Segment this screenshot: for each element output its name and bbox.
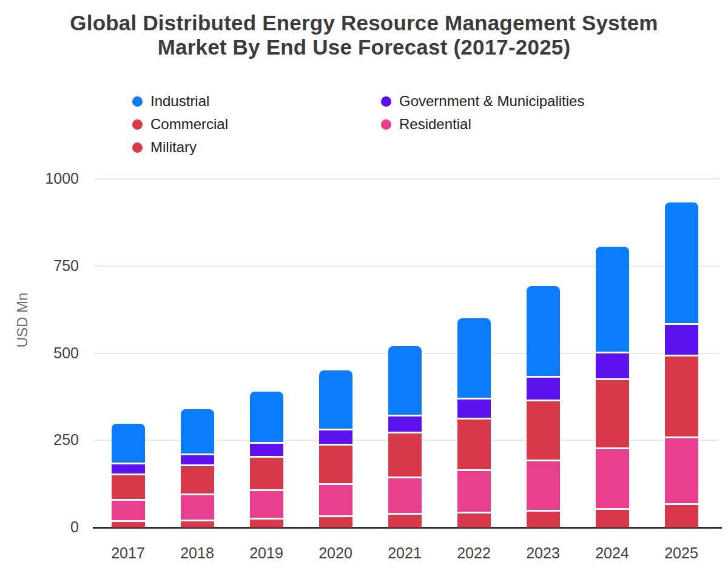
bar-2025 [665,202,698,527]
x-tick-label-2021: 2021 [370,544,439,562]
bar-segment-residential-2017[interactable] [112,501,145,523]
bar-segment-military-2023[interactable] [527,512,560,527]
legend-item-residential[interactable]: Residential [381,116,471,132]
bar-segment-industrial-2020[interactable] [319,370,352,430]
legend-item-military[interactable]: Military [132,139,197,155]
legend-item-government-municipalities[interactable]: Government & Municipalities [381,93,584,109]
bar-segment-industrial-2018[interactable] [181,409,214,455]
bar-segment-government-municipalities-2019[interactable] [250,444,283,458]
bar-segment-military-2020[interactable] [319,517,352,527]
bar-segment-industrial-2017[interactable] [112,424,145,465]
bar-segment-residential-2024[interactable] [596,449,629,510]
y-axis-title: USD Mn [14,293,31,348]
bar-segment-government-municipalities-2025[interactable] [665,325,698,356]
bar-segment-residential-2023[interactable] [527,461,560,512]
bar-segment-military-2024[interactable] [596,510,629,527]
x-tick-label-2023: 2023 [508,544,578,562]
chart-title-line1: Global Distributed Energy Resource Manag… [0,11,728,35]
bar-segment-military-2019[interactable] [250,520,283,527]
x-tick-label-2019: 2019 [232,544,301,562]
bar-segment-government-municipalities-2020[interactable] [319,430,352,446]
legend-label: Commercial [150,116,228,133]
bar-segment-industrial-2022[interactable] [457,318,491,400]
x-tick-label-2024: 2024 [578,544,647,562]
bar-segment-industrial-2019[interactable] [250,392,283,444]
bar-2020 [319,370,352,527]
bar-segment-commercial-2018[interactable] [181,466,214,495]
bar-segment-government-municipalities-2018[interactable] [181,455,214,466]
bar-segment-military-2021[interactable] [388,515,422,527]
bar-segment-residential-2018[interactable] [181,495,214,521]
bar-segment-military-2025[interactable] [665,505,698,527]
y-tick-label-0: 0 [12,518,79,536]
bar-segment-military-2017[interactable] [112,522,145,527]
legend-label: Industrial [150,93,209,110]
legend-swatch-icon [132,96,143,107]
bar-segment-residential-2019[interactable] [250,491,283,520]
gridline-1000 [94,178,719,179]
bar-segment-commercial-2019[interactable] [250,458,283,491]
legend-swatch-icon [132,119,143,130]
bar-segment-commercial-2017[interactable] [112,475,145,500]
legend-item-industrial[interactable]: Industrial [132,93,209,109]
bar-2018 [181,409,214,528]
y-tick-label-250: 250 [12,431,79,449]
legend-swatch-icon [381,96,391,107]
bar-segment-commercial-2025[interactable] [665,356,698,438]
legend-item-commercial[interactable]: Commercial [132,116,228,132]
x-tick-label-2022: 2022 [439,544,508,562]
bar-segment-government-municipalities-2021[interactable] [388,416,422,433]
x-tick-label-2020: 2020 [301,544,370,562]
bar-segment-commercial-2024[interactable] [596,380,629,449]
bar-segment-residential-2020[interactable] [319,485,352,517]
legend-label: Government & Municipalities [399,93,584,110]
bar-segment-commercial-2023[interactable] [527,401,560,461]
bar-segment-industrial-2025[interactable] [665,202,698,325]
bar-2019 [250,392,283,527]
bar-segment-residential-2021[interactable] [388,478,422,514]
bar-segment-residential-2025[interactable] [665,438,698,504]
bar-segment-military-2022[interactable] [457,513,491,527]
bar-segment-residential-2022[interactable] [457,471,491,513]
legend-swatch-icon [132,142,143,153]
bar-segment-government-municipalities-2022[interactable] [457,400,491,420]
bar-2022 [457,318,491,527]
bar-2021 [388,346,422,527]
bar-segment-industrial-2023[interactable] [527,286,560,378]
bar-segment-industrial-2024[interactable] [596,247,629,353]
x-tick-label-2025: 2025 [647,544,716,562]
bar-2024 [596,247,629,527]
y-tick-label-750: 750 [12,257,79,275]
bar-segment-industrial-2021[interactable] [388,346,422,416]
x-tick-label-2017: 2017 [93,544,163,562]
chart-container: Global Distributed Energy Resource Manag… [0,0,728,582]
bar-segment-government-municipalities-2023[interactable] [527,378,560,401]
bar-segment-commercial-2021[interactable] [388,433,422,479]
y-tick-label-1000: 1000 [12,170,79,187]
bar-2017 [112,424,145,527]
bar-segment-military-2018[interactable] [181,521,214,527]
legend-label: Military [150,139,197,156]
legend-swatch-icon [381,119,391,130]
bar-segment-government-municipalities-2017[interactable] [112,464,145,475]
bar-segment-commercial-2022[interactable] [457,420,491,471]
bar-segment-government-municipalities-2024[interactable] [596,353,629,381]
bar-2023 [527,286,560,527]
x-tick-label-2018: 2018 [163,544,232,562]
bar-segment-commercial-2020[interactable] [319,446,352,485]
legend-label: Residential [399,116,471,133]
chart-title-line2: Market By End Use Forecast (2017-2025) [0,35,728,59]
